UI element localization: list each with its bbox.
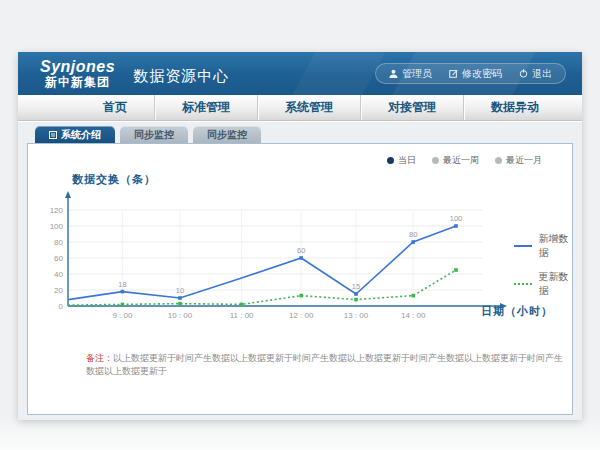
svg-text:60: 60: [297, 246, 305, 255]
document-icon: [49, 131, 57, 139]
legend-item-new-data: 新增数据: [514, 232, 572, 260]
radio-dot-icon: [495, 157, 502, 164]
range-option-last-week[interactable]: 最近一周: [432, 154, 479, 167]
svg-text:10: 10: [176, 286, 184, 295]
range-option-today[interactable]: 当日: [387, 154, 416, 167]
company-logo: Synjones 新中新集团: [40, 59, 115, 88]
tab-sync-monitor-1[interactable]: 同步监控: [120, 126, 188, 143]
svg-text:13 : 00: 13 : 00: [344, 311, 369, 320]
svg-text:80: 80: [409, 230, 417, 239]
series-legend: 新增数据 更新数据: [514, 232, 572, 298]
time-range-selector: 当日 最近一周 最近一月: [387, 154, 542, 167]
legend-label: 更新数据: [538, 270, 572, 298]
y-axis-title: 数据交换（条）: [72, 172, 156, 187]
change-password-label: 修改密码: [462, 67, 502, 81]
logout-label: 退出: [532, 67, 552, 81]
content-area: 系统介绍 同步监控 同步监控 当日 最近一周: [18, 122, 582, 420]
range-option-last-month[interactable]: 最近一月: [495, 154, 542, 167]
svg-text:15: 15: [352, 282, 360, 291]
svg-text:11 : 00: 11 : 00: [230, 311, 254, 320]
tab-label: 同步监控: [207, 128, 247, 142]
svg-text:9 : 00: 9 : 00: [112, 311, 133, 320]
range-label: 当日: [398, 154, 416, 167]
footnote-text: 以上数据更新于时间产生数据以上数据更新于时间产生数据以上数据更新于时间产生数据以…: [86, 353, 563, 376]
svg-text:100: 100: [50, 222, 64, 231]
nav-item-data-change[interactable]: 数据异动: [463, 95, 566, 120]
nav-item-home[interactable]: 首页: [76, 95, 154, 120]
user-menu: 管理员 修改密码 退出: [375, 63, 566, 84]
svg-text:60: 60: [54, 254, 63, 263]
logout-button[interactable]: 退出: [519, 67, 552, 81]
legend-item-updated-data: 更新数据: [514, 270, 572, 298]
power-icon: [519, 69, 528, 78]
footnote: 备注：以上数据更新于时间产生数据以上数据更新于时间产生数据以上数据更新于时间产生…: [86, 352, 564, 377]
tab-bar: 系统介绍 同步监控 同步监控: [27, 126, 573, 143]
solid-line-icon: [514, 245, 532, 247]
svg-text:80: 80: [54, 238, 63, 247]
app-header: Synjones 新中新集团 数据资源中心 管理员 修改密码 退出: [18, 52, 582, 95]
svg-text:14 : 00: 14 : 00: [401, 311, 426, 320]
edit-icon: [449, 69, 458, 78]
svg-text:18: 18: [118, 280, 126, 289]
main-nav: 首页 标准管理 系统管理 对接管理 数据异动: [18, 95, 582, 121]
x-axis-title: 日期（小时）: [481, 304, 553, 319]
radio-dot-icon: [387, 157, 394, 164]
company-name: 新中新集团: [40, 76, 115, 89]
chart-panel: 当日 最近一周 最近一月 数据交换（条） 0204060801001209 : …: [27, 143, 573, 415]
nav-item-system-mgmt[interactable]: 系统管理: [257, 95, 360, 120]
svg-text:100: 100: [450, 214, 463, 223]
svg-text:20: 20: [54, 286, 63, 295]
svg-text:0: 0: [59, 302, 64, 311]
svg-text:40: 40: [54, 270, 63, 279]
page-title: 数据资源中心: [133, 61, 229, 86]
svg-text:12 : 00: 12 : 00: [289, 311, 314, 320]
range-label: 最近一周: [443, 154, 479, 167]
footnote-prefix: 备注：: [86, 353, 113, 363]
legend-label: 新增数据: [538, 232, 572, 260]
dotted-line-icon: [514, 283, 532, 285]
user-icon: [389, 69, 398, 78]
nav-item-standard-mgmt[interactable]: 标准管理: [154, 95, 257, 120]
tab-sync-monitor-2[interactable]: 同步监控: [193, 126, 261, 143]
line-chart: 0204060801001209 : 0010 : 0011 : 0012 : …: [40, 188, 510, 328]
user-profile-label: 管理员: [402, 67, 432, 81]
nav-item-interface-mgmt[interactable]: 对接管理: [360, 95, 463, 120]
radio-dot-icon: [432, 157, 439, 164]
brand-name: Synjones: [40, 59, 115, 76]
user-profile-button[interactable]: 管理员: [389, 67, 432, 81]
change-password-button[interactable]: 修改密码: [449, 67, 502, 81]
app-window: Synjones 新中新集团 数据资源中心 管理员 修改密码 退出: [18, 52, 582, 420]
svg-text:120: 120: [50, 206, 64, 215]
tab-system-intro[interactable]: 系统介绍: [35, 126, 115, 143]
range-label: 最近一月: [506, 154, 542, 167]
svg-text:10 : 00: 10 : 00: [168, 311, 193, 320]
tab-label: 同步监控: [134, 128, 174, 142]
tab-label: 系统介绍: [61, 128, 101, 142]
